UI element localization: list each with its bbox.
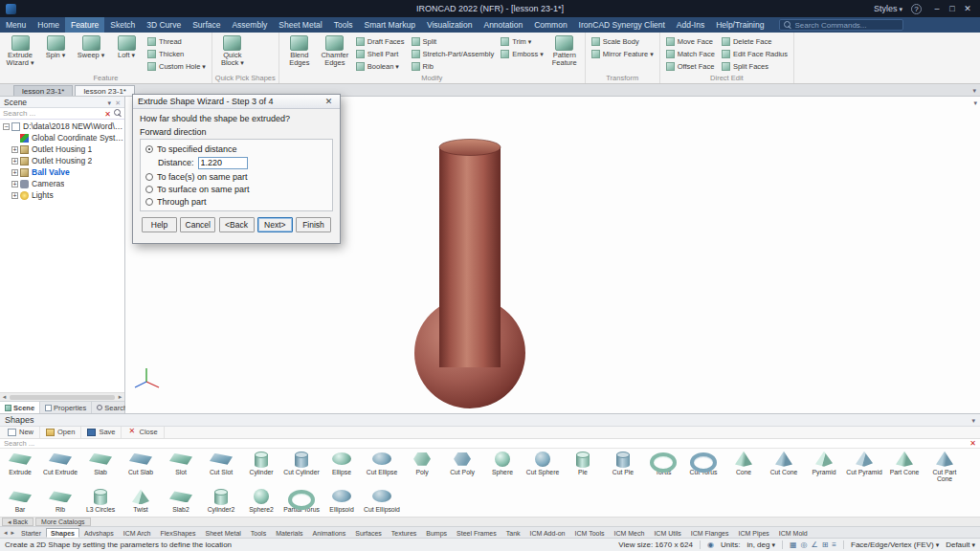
angle-snap-icon[interactable]: ∠ xyxy=(811,540,817,550)
menu-tab-feature[interactable]: Feature xyxy=(65,17,104,33)
chevron-down-icon[interactable] xyxy=(108,98,112,107)
catalog-tab-surfaces[interactable]: Surfaces xyxy=(350,528,387,538)
ribbon-button-split[interactable]: Split xyxy=(409,35,498,48)
tree-item-d-data-2018-new-word-tech-net[interactable]: −D:\data\2018 NEW\Word\TECH-NET... xyxy=(0,121,124,132)
catalog-shape-pie[interactable]: Pie xyxy=(563,449,603,487)
distance-input[interactable] xyxy=(198,157,248,169)
tabs-scroll-left-icon[interactable]: ◂ xyxy=(2,529,10,537)
catalog-tab-shapes[interactable]: Shapes xyxy=(46,528,79,538)
menu-tab-assembly[interactable]: Assembly xyxy=(226,17,273,33)
menu-tab-add-ins[interactable]: Add-Ins xyxy=(671,17,710,33)
clear-search-icon[interactable] xyxy=(969,438,976,448)
menu-tab-common[interactable]: Common xyxy=(528,17,572,33)
menu-tab-3d-curve[interactable]: 3D Curve xyxy=(141,17,187,33)
scroll-left-icon[interactable]: ◂ xyxy=(0,393,9,401)
ribbon-button-boolean[interactable]: Boolean xyxy=(353,60,408,73)
menu-tab-home[interactable]: Home xyxy=(32,17,65,33)
catalog-tab-tank[interactable]: Tank xyxy=(501,528,525,538)
ribbon-button-chamfer-edges[interactable]: Chamfer Edges xyxy=(318,33,352,68)
ribbon-button-trim[interactable]: Trim xyxy=(498,35,546,48)
catalog-tab-tools[interactable]: Tools xyxy=(246,528,271,538)
menu-tab-ironcad-synergy-client[interactable]: IronCAD Synergy Client xyxy=(573,17,671,33)
radio-option-to-surface-on-same-part[interactable]: To surface on same part xyxy=(145,183,327,195)
catalog-shape-ellipsoid[interactable]: Ellipsoid xyxy=(322,486,362,517)
command-search[interactable] xyxy=(779,19,903,31)
catalog-shape-cut-extrude[interactable]: Cut Extrude xyxy=(40,449,80,487)
catalog-tab-animations[interactable]: Animations xyxy=(308,528,351,538)
snap-icon[interactable]: ⊞ xyxy=(822,540,829,550)
ribbon-button-edit-face-radius[interactable]: Edit Face Radius xyxy=(719,48,791,60)
scroll-right-icon[interactable]: ▸ xyxy=(116,393,124,401)
catalog-tab-icm-mech[interactable]: ICM Mech xyxy=(610,528,650,538)
radio-option-through-part[interactable]: Through part xyxy=(145,195,327,208)
catalog-shape-rib[interactable]: Rib xyxy=(40,486,80,517)
catalog-tab-materials[interactable]: Materials xyxy=(271,528,307,538)
plus-expander-icon[interactable]: + xyxy=(11,169,18,176)
scene-search-input[interactable] xyxy=(3,109,101,118)
catalog-shape-cylinder2[interactable]: Cylinder2 xyxy=(201,486,241,517)
catalog-shape-slab[interactable]: Slab xyxy=(80,449,121,487)
plus-expander-icon[interactable]: + xyxy=(11,181,18,187)
chevron-down-icon[interactable] xyxy=(973,99,977,107)
menu-tab-visualization[interactable]: Visualization xyxy=(421,17,479,33)
catalog-shape-sphere2[interactable]: Sphere2 xyxy=(241,486,281,517)
layers-icon[interactable]: ≡ xyxy=(832,540,836,550)
catalog-shape-cut-cone[interactable]: Cut Cone xyxy=(764,449,804,487)
model-cylinder-top-face[interactable] xyxy=(439,140,501,156)
help-icon[interactable]: ? xyxy=(911,4,922,14)
ribbon-button-match-face[interactable]: Match Face xyxy=(663,48,718,60)
ribbon-button-extrude-wizard[interactable]: Extrude Wizard xyxy=(3,33,37,68)
catalog-tab-icm-add-on[interactable]: ICM Add-on xyxy=(525,528,570,538)
catalog-shape-cut-cylinder[interactable]: Cut Cylinder xyxy=(281,449,322,487)
catalog-tab-icm-pipes[interactable]: ICM Pipes xyxy=(733,528,773,538)
panel-tab-properties[interactable]: Properties xyxy=(40,402,92,413)
chevron-down-icon[interactable] xyxy=(972,86,976,95)
tree-item-outlet-housing-2[interactable]: +Outlet Housing 2 xyxy=(0,155,124,166)
ribbon-button-offset-face[interactable]: Offset Face xyxy=(663,60,718,73)
close-icon[interactable]: ✕ xyxy=(961,4,974,13)
catalog-shape-part-cone[interactable]: Part Cone xyxy=(884,449,924,487)
panel-tab-scene[interactable]: Scene xyxy=(0,402,40,413)
catalog-shape-torus[interactable]: Torus xyxy=(643,449,683,487)
catalog-shape-pyramid[interactable]: Pyramid xyxy=(804,449,844,487)
catalog-tab-icm-utils[interactable]: ICM Utils xyxy=(649,528,685,538)
catalog-search-input[interactable] xyxy=(4,439,967,448)
catalog-open-button[interactable]: Open xyxy=(40,427,81,438)
document-tab[interactable]: lesson 23-1* xyxy=(75,85,134,96)
catalog-shape-partial-torus[interactable]: Partial Torus xyxy=(281,486,322,517)
catalog-shape-cone[interactable]: Cone xyxy=(724,449,764,487)
render-style-icon[interactable]: ◉ xyxy=(707,540,714,550)
catalog-shape-cut-pyramid[interactable]: Cut Pyramid xyxy=(844,449,884,487)
cancel-button[interactable]: Cancel xyxy=(180,217,215,232)
ribbon-button-custom-hole[interactable]: Custom Hole xyxy=(145,60,209,73)
help-button[interactable]: Help xyxy=(142,217,177,232)
compass-icon[interactable]: ◎ xyxy=(800,540,807,550)
menu-tab-annotation[interactable]: Annotation xyxy=(478,17,528,33)
menu-tab-menu[interactable]: Menu xyxy=(0,17,32,33)
ribbon-button-shell-part[interactable]: Shell Part xyxy=(353,48,408,60)
catalog-shape-cut-part-cone[interactable]: Cut Part Cone xyxy=(924,449,965,487)
radio-option-to-specified-distance[interactable]: To specified distance xyxy=(145,143,327,155)
search-icon[interactable] xyxy=(114,109,122,118)
document-tab[interactable]: lesson 23-1* xyxy=(13,85,73,96)
tree-item-outlet-housing-1[interactable]: +Outlet Housing 1 xyxy=(0,143,124,155)
catalog-save-button[interactable]: Save xyxy=(81,427,122,438)
ribbon-button-quick-block[interactable]: Quick Block xyxy=(215,33,250,68)
units-dropdown[interactable]: in, deg xyxy=(746,540,775,549)
catalog-tab-bumps[interactable]: Bumps xyxy=(421,528,452,538)
more-catalogs-button[interactable]: More Catalogs xyxy=(35,518,91,526)
selection-mode-dropdown[interactable]: Face/Edge/Vertex (FEV) xyxy=(851,540,939,549)
catalog-shape-cut-torus[interactable]: Cut Torus xyxy=(683,449,724,487)
ribbon-button-sweep[interactable]: Sweep xyxy=(74,33,108,59)
catalog-shape-cylinder[interactable]: Cylinder xyxy=(241,449,281,487)
horizontal-scrollbar[interactable]: ◂ ▸ xyxy=(0,392,124,401)
back-button[interactable]: Back xyxy=(2,518,33,526)
maximize-icon[interactable]: □ xyxy=(946,4,959,13)
ribbon-button-stretch-part-assembly[interactable]: Stretch-Part/Assembly xyxy=(409,48,498,60)
catalog-shape-sphere[interactable]: Sphere xyxy=(482,449,523,487)
render-style-dropdown[interactable]: Default xyxy=(946,540,975,549)
catalog-shape-cut-ellipse[interactable]: Cut Ellipse xyxy=(362,449,402,487)
ribbon-button-pattern-feature[interactable]: Pattern Feature xyxy=(547,33,582,68)
ribbon-button-move-face[interactable]: Move Face xyxy=(663,35,718,48)
ribbon-button-draft-faces[interactable]: Draft Faces xyxy=(353,35,408,48)
